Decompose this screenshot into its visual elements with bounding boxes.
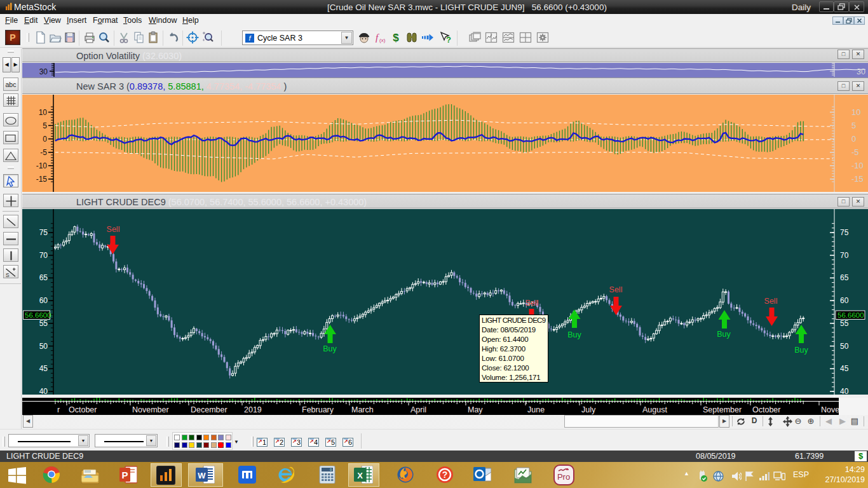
svg-text:10: 10: [39, 108, 48, 117]
svg-text:Nove: Nove: [821, 405, 839, 414]
svg-text:0: 0: [43, 135, 47, 144]
svg-text:40: 40: [840, 387, 849, 396]
svg-text:-10: -10: [851, 161, 864, 170]
svg-text:(x): (x): [379, 37, 386, 43]
svg-text:April: April: [410, 405, 426, 414]
svg-text:Pro: Pro: [557, 472, 570, 482]
svg-text:60: 60: [39, 296, 48, 305]
svg-text:-15: -15: [36, 175, 48, 184]
svg-text:50: 50: [840, 342, 849, 351]
svg-text:5: 5: [43, 121, 47, 130]
svg-text:W: W: [198, 471, 206, 480]
svg-text:December: December: [191, 405, 227, 414]
svg-text:S: S: [6, 272, 10, 278]
svg-text:0: 0: [851, 134, 856, 144]
svg-text:-15: -15: [851, 174, 864, 184]
svg-text:2019: 2019: [244, 405, 262, 414]
svg-text:October: October: [69, 405, 97, 414]
svg-text:0: 0: [330, 468, 332, 471]
svg-text:-5: -5: [851, 147, 859, 157]
svg-text:X: X: [357, 471, 363, 480]
svg-text:August: August: [642, 405, 667, 414]
svg-text:30: 30: [857, 67, 865, 76]
svg-text:Buy: Buy: [717, 330, 731, 339]
svg-text:May: May: [468, 405, 483, 414]
svg-text:Sell: Sell: [526, 299, 539, 308]
svg-text:55: 55: [840, 319, 849, 328]
svg-text:September: September: [703, 405, 742, 414]
svg-text:75: 75: [840, 228, 849, 237]
svg-text:Buy: Buy: [794, 346, 808, 355]
svg-text:July: July: [581, 405, 596, 414]
svg-text:60: 60: [840, 296, 849, 305]
svg-text:Sell: Sell: [107, 225, 120, 234]
svg-text:Sell: Sell: [764, 297, 778, 306]
svg-text:-10: -10: [36, 161, 48, 170]
svg-text:45: 45: [840, 364, 849, 373]
svg-text:55: 55: [39, 319, 48, 328]
svg-text:October: October: [752, 405, 780, 414]
svg-text:75: 75: [39, 228, 48, 237]
svg-text:5: 5: [851, 121, 856, 130]
svg-text:?: ?: [446, 35, 451, 44]
svg-text:r: r: [57, 405, 60, 414]
svg-text:40: 40: [39, 387, 48, 396]
svg-text:56.6600: 56.6600: [837, 311, 864, 319]
svg-text:February: February: [302, 405, 334, 414]
svg-text:?: ?: [442, 470, 448, 480]
svg-text:November: November: [132, 405, 169, 414]
svg-text:Sell: Sell: [609, 285, 623, 294]
svg-text:30: 30: [39, 67, 48, 76]
svg-text:45: 45: [39, 364, 48, 373]
svg-text:-5: -5: [40, 148, 47, 157]
svg-text:50: 50: [39, 342, 48, 351]
svg-text:$: $: [393, 32, 399, 44]
svg-text:Buy: Buy: [567, 330, 581, 339]
svg-text:70: 70: [39, 251, 48, 260]
svg-text:Buy: Buy: [323, 344, 337, 353]
svg-text:56.6600: 56.6600: [25, 311, 51, 319]
svg-text:65: 65: [39, 273, 48, 282]
svg-text:70: 70: [840, 251, 849, 260]
svg-text:June: June: [527, 405, 545, 414]
svg-text:10: 10: [851, 107, 860, 117]
svg-text:March: March: [351, 405, 374, 414]
svg-text:65: 65: [840, 273, 849, 282]
svg-text:P: P: [121, 470, 128, 480]
